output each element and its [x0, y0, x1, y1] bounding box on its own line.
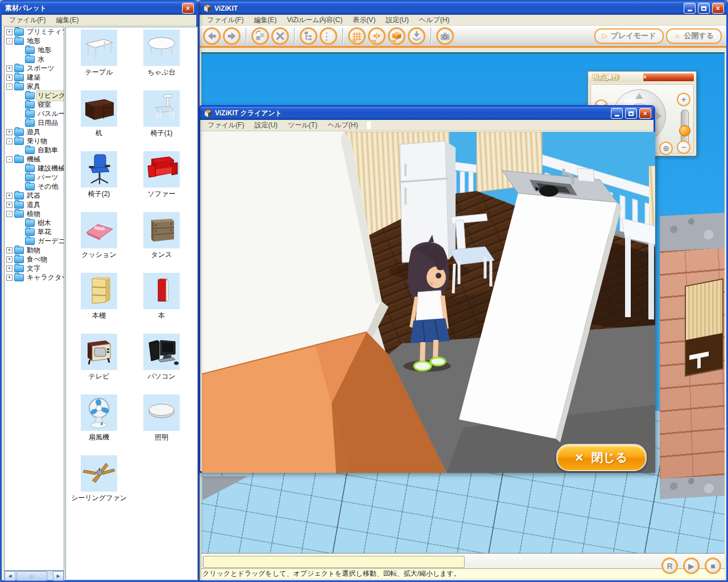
tree-item[interactable]: -乗り物 — [5, 136, 64, 146]
ceilingfan-icon[interactable] — [81, 455, 117, 492]
menu-item[interactable]: ファイル(F) — [4, 15, 51, 26]
menu-item[interactable]: ファイル(F) — [202, 120, 249, 131]
palette-tree[interactable]: +プリミティブ-地形地形水+スポーツ+建築-家具リビング寝室バスルーム日用品+遊… — [4, 27, 64, 571]
tree-item[interactable]: ガーデニング — [5, 236, 64, 246]
scroll-thumb[interactable]: ||| — [16, 571, 47, 581]
palette-item-fan[interactable]: 扇風機 — [69, 394, 129, 442]
toolbar-drop-object-button[interactable] — [408, 27, 425, 45]
menu-item[interactable]: ツール(T) — [283, 120, 322, 131]
toolbar-snap-on-button[interactable]: ON — [368, 27, 386, 45]
tree-item[interactable]: +キャラクター — [5, 273, 64, 282]
palette-item-desk[interactable]: 机 — [69, 90, 129, 138]
tree-expander-icon[interactable]: + — [6, 29, 13, 35]
tree-expander-icon[interactable]: - — [6, 38, 13, 44]
toolbar-hierarchy-button[interactable] — [300, 27, 317, 45]
palette-item-book[interactable]: 本 — [132, 273, 191, 321]
record-button[interactable]: R — [661, 558, 678, 574]
palette-item-ceilingfan[interactable]: シーリングファン — [69, 455, 129, 503]
toolbar-screenshot-button[interactable] — [436, 27, 454, 45]
tree-item[interactable]: 樹木 — [5, 218, 64, 227]
tree-item[interactable]: 草花 — [5, 227, 64, 236]
tree-expander-icon[interactable]: + — [6, 202, 13, 208]
tree-item[interactable]: リビング — [5, 91, 64, 100]
tree-item[interactable]: +建築 — [5, 73, 64, 82]
palette-item-bookshelf[interactable]: 本棚 — [69, 273, 129, 321]
tree-expander-icon[interactable]: - — [6, 156, 13, 163]
tansu-icon[interactable] — [143, 212, 180, 248]
stop-button[interactable]: ■ — [705, 558, 721, 574]
palette-item-light[interactable]: 照明 — [132, 394, 191, 442]
tree-expander-icon[interactable]: - — [6, 138, 13, 144]
tree-expander-icon[interactable]: + — [6, 275, 13, 281]
menu-item[interactable]: 設定(U) — [249, 120, 283, 131]
viewpoint-panel-titlebar[interactable]: 視点操作 × — [588, 72, 696, 82]
zoom-slider-knob[interactable] — [679, 125, 690, 136]
tree-item[interactable]: 日用品 — [5, 118, 64, 127]
tree-expander-icon[interactable]: + — [6, 74, 13, 81]
sofa-icon[interactable] — [143, 151, 180, 188]
tree-item[interactable]: +武器 — [5, 191, 64, 200]
play-button[interactable]: ▶ — [683, 558, 700, 574]
maximize-button[interactable] — [625, 108, 637, 119]
tree-item[interactable]: +プリミティブ — [5, 27, 64, 36]
toolbar-coordinates-button[interactable]: x:y:z: — [320, 27, 337, 45]
tree-item[interactable]: 水 — [5, 55, 64, 64]
rotate-right-icon[interactable] — [656, 112, 662, 120]
center-target-button[interactable]: ⊕ — [659, 142, 673, 155]
palette-item-pc[interactable]: パソコン — [132, 334, 191, 381]
publish-button[interactable]: ☼ 公開する — [666, 28, 722, 44]
toolbar-rotate-object-button[interactable] — [251, 27, 269, 45]
chair1-icon[interactable] — [143, 90, 180, 127]
bookshelf-icon[interactable] — [81, 273, 117, 309]
play-mode-button[interactable]: ▷ プレイモード — [594, 28, 664, 44]
tree-item[interactable]: 建設機械 — [5, 164, 64, 173]
close-button[interactable]: × — [182, 3, 194, 14]
palette-items[interactable]: テーブルちゃぶ台机椅子(1)椅子(2)ソファークッションタンス本棚本テレビパソコ… — [65, 27, 198, 580]
palette-item-chabudai[interactable]: ちゃぶ台 — [132, 30, 191, 77]
tree-expander-icon[interactable]: + — [6, 65, 13, 72]
book-icon[interactable] — [143, 273, 180, 309]
tree-item[interactable]: バスルーム — [5, 109, 64, 118]
tree-expander-icon[interactable]: + — [6, 193, 13, 199]
tree-item[interactable]: 寝室 — [5, 100, 64, 109]
tree-item[interactable]: +遊具 — [5, 127, 64, 136]
menu-item[interactable]: 設定(U) — [380, 15, 414, 26]
palette-item-tansu[interactable]: タンス — [132, 212, 191, 260]
close-button[interactable]: × — [712, 3, 724, 14]
scroll-right-button[interactable]: ▶ — [53, 571, 64, 581]
main-window-titlebar[interactable]: ViZiKIT × — [200, 2, 726, 15]
menu-item[interactable]: ヘルプ(H) — [414, 15, 455, 26]
toolbar-forward-button[interactable] — [223, 27, 241, 45]
tree-item[interactable]: -植物 — [5, 209, 64, 218]
menu-item[interactable]: ファイル(F) — [202, 15, 249, 26]
tree-item[interactable]: +道具 — [5, 200, 64, 209]
tree-expander-icon[interactable]: + — [6, 247, 13, 253]
menu-item[interactable]: 表示(V) — [348, 15, 380, 26]
desk-icon[interactable] — [81, 90, 117, 127]
tree-expander-icon[interactable]: + — [6, 256, 13, 263]
minimize-button[interactable] — [684, 3, 696, 14]
tree-expander-icon[interactable]: - — [6, 211, 13, 217]
tree-item[interactable]: -地形 — [5, 36, 64, 45]
tree-expander-icon[interactable]: + — [6, 265, 13, 272]
maximize-button[interactable] — [698, 3, 710, 14]
table-icon[interactable] — [81, 30, 117, 66]
zoom-in-button[interactable]: + — [677, 93, 690, 106]
tree-item[interactable]: +スポーツ — [5, 64, 64, 73]
client-titlebar[interactable]: ViZiKIT クライアント × — [200, 107, 653, 120]
tree-item[interactable]: +食べ物 — [5, 255, 64, 264]
chabudai-icon[interactable] — [143, 30, 180, 66]
close-button[interactable]: × — [639, 108, 651, 119]
brick-building[interactable] — [660, 213, 725, 499]
palette-item-table[interactable]: テーブル — [69, 30, 129, 77]
client-3d-view[interactable]: × 閉じる — [202, 132, 655, 473]
tree-item[interactable]: +動物 — [5, 246, 64, 255]
cushion-icon[interactable] — [81, 212, 117, 248]
palette-item-sofa[interactable]: ソファー — [132, 151, 191, 199]
toolbar-grid-on-button[interactable]: ON — [348, 27, 366, 45]
palette-item-chair2[interactable]: 椅子(2) — [69, 151, 129, 199]
rotate-up-icon[interactable] — [635, 93, 643, 99]
toolbar-back-button[interactable] — [203, 27, 221, 45]
tree-expander-icon[interactable]: - — [6, 84, 13, 90]
tree-expander-icon[interactable]: + — [6, 129, 13, 135]
